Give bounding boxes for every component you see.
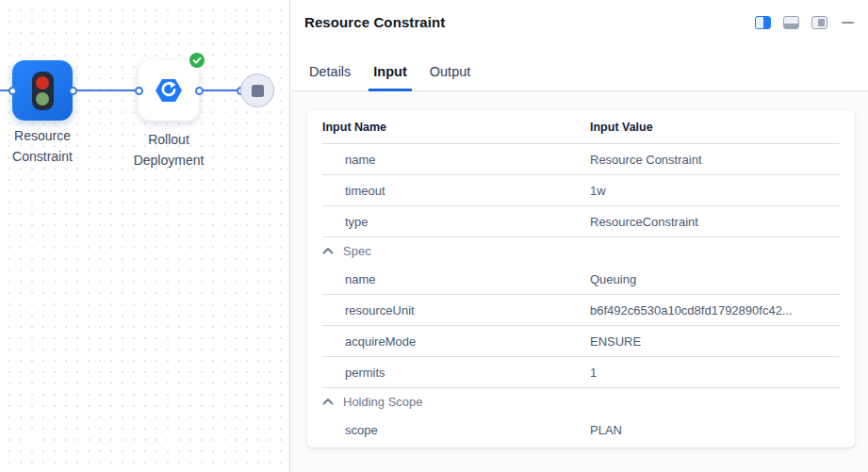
minimize-icon[interactable] bbox=[840, 16, 856, 29]
input-value-cell: ResourceConstraint bbox=[590, 215, 840, 229]
column-header-input-value: Input Value bbox=[590, 121, 840, 134]
tab-details[interactable]: Details bbox=[304, 55, 355, 91]
chevron-up-icon[interactable] bbox=[322, 398, 336, 405]
traffic-light-red bbox=[36, 76, 49, 90]
input-name-cell: name bbox=[322, 272, 590, 286]
input-name-cell: timeout bbox=[322, 184, 590, 198]
table-group-row-spec[interactable]: Spec bbox=[322, 237, 840, 264]
node-label-line: Deployment bbox=[107, 150, 230, 171]
table-row: timeout 1w bbox=[322, 175, 840, 206]
table-row: scope PLAN bbox=[322, 415, 840, 446]
table-row: acquireMode ENSURE bbox=[322, 326, 840, 357]
traffic-light-green bbox=[36, 92, 49, 106]
input-value-cell: Resource Constraint bbox=[590, 153, 840, 167]
end-node[interactable] bbox=[240, 73, 274, 107]
node-label-rollout-deployment: Rollout Deployment bbox=[107, 129, 230, 171]
traffic-light-icon bbox=[32, 72, 54, 110]
edge-constraint-to-rollout bbox=[73, 90, 139, 91]
node-label-line: Constraint bbox=[0, 146, 104, 167]
input-value-cell: Queuing bbox=[590, 272, 840, 286]
stop-square-icon bbox=[252, 85, 264, 97]
group-label: Spec bbox=[343, 244, 371, 258]
input-name-cell: resourceUnit bbox=[322, 303, 590, 317]
dock-bottom-icon[interactable] bbox=[783, 16, 799, 29]
success-check-badge bbox=[188, 51, 206, 70]
minimize-dash bbox=[842, 22, 854, 24]
input-value-cell: 1w bbox=[590, 184, 840, 198]
table-row: name Resource Constraint bbox=[322, 144, 840, 175]
dock-float-fill bbox=[818, 19, 825, 26]
table-row: name Queuing bbox=[322, 264, 840, 295]
tab-output[interactable]: Output bbox=[425, 55, 476, 91]
input-name-cell: acquireMode bbox=[322, 334, 590, 349]
workflow-canvas[interactable]: Resource Constraint Rollout Deployment bbox=[0, 0, 289, 472]
panel-header: Resource Constraint bbox=[290, 0, 868, 55]
input-name-cell: scope bbox=[322, 423, 590, 437]
tab-bar: Details Input Output bbox=[290, 55, 868, 91]
app-root: Resource Constraint Rollout Deployment R… bbox=[0, 0, 868, 472]
input-value-cell: ENSURE bbox=[590, 334, 840, 349]
input-value-cell: b6f492c6530a10cd8fd1792890fc42... bbox=[590, 303, 840, 317]
port-in-rollout[interactable] bbox=[135, 87, 143, 95]
port-in-constraint[interactable] bbox=[8, 87, 17, 95]
input-table-card: Input Name Input Value name Resource Con… bbox=[307, 110, 855, 448]
dock-bottom-fill bbox=[784, 24, 798, 28]
node-label-line: Rollout bbox=[107, 129, 230, 150]
table-row: type ResourceConstraint bbox=[322, 206, 840, 237]
node-label-line: Resource bbox=[0, 125, 104, 146]
input-value-cell: PLAN bbox=[590, 423, 840, 437]
input-name-cell: name bbox=[322, 153, 590, 167]
table-header-row: Input Name Input Value bbox=[322, 110, 840, 144]
group-label: Holding Scope bbox=[343, 395, 423, 409]
node-label-resource-constraint: Resource Constraint bbox=[0, 125, 104, 167]
chevron-up-icon[interactable] bbox=[322, 247, 336, 254]
dock-right-fill bbox=[763, 17, 770, 28]
node-resource-constraint[interactable] bbox=[12, 60, 73, 121]
table-group-row-holding-scope[interactable]: Holding Scope bbox=[322, 388, 840, 415]
input-name-cell: type bbox=[322, 215, 590, 229]
input-name-cell: permits bbox=[322, 366, 590, 380]
panel-content: Input Name Input Value name Resource Con… bbox=[290, 91, 868, 472]
port-out-constraint[interactable] bbox=[69, 87, 77, 95]
node-rollout-deployment[interactable] bbox=[139, 60, 199, 121]
rollout-hexagon-icon bbox=[155, 78, 183, 103]
port-out-rollout[interactable] bbox=[195, 87, 204, 95]
tab-input[interactable]: Input bbox=[368, 55, 411, 91]
dock-right-icon[interactable] bbox=[755, 16, 771, 29]
input-value-cell: 1 bbox=[590, 366, 840, 380]
window-controls bbox=[755, 16, 856, 29]
table-row: permits 1 bbox=[322, 357, 840, 388]
table-row: resourceUnit b6f492c6530a10cd8fd1792890f… bbox=[322, 295, 840, 326]
dock-float-icon[interactable] bbox=[811, 16, 827, 29]
edge-rollout-to-end bbox=[199, 90, 241, 91]
column-header-input-name: Input Name bbox=[322, 121, 590, 134]
details-panel: Resource Constraint Details Input Output… bbox=[289, 0, 868, 472]
